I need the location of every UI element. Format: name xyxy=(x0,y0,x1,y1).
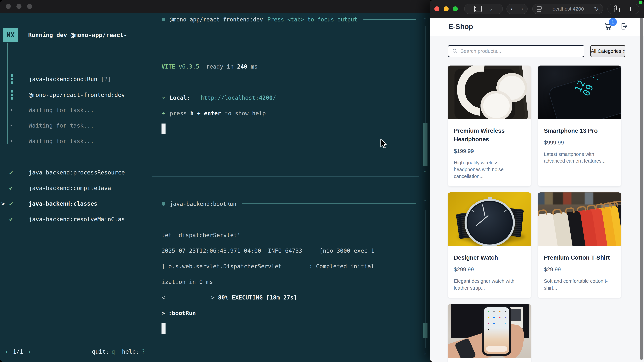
scrollbar-thumb[interactable] xyxy=(423,123,428,166)
minimize-button[interactable] xyxy=(16,4,22,9)
product-desc: Elegant designer watch with leather stra… xyxy=(454,278,525,291)
task-label: java-backend:bootRun xyxy=(29,76,97,82)
terminal-cursor xyxy=(162,123,166,134)
logout-button[interactable] xyxy=(620,22,628,31)
maximize-button[interactable] xyxy=(453,6,458,11)
arrow-icon: ➜ xyxy=(162,94,165,101)
local-label: Local: xyxy=(170,94,190,101)
task-tree-line xyxy=(8,42,8,144)
shop-brand: E-Shop xyxy=(448,23,473,31)
task-label: java-backend:resolveMainClas xyxy=(29,216,125,223)
safari-window: ⌄ ‹ › localhost:4200 ↻ + E-Shop xyxy=(430,0,644,362)
terminal-window: NX Running dev @mono-app/react- java-bac… xyxy=(0,0,430,362)
product-price: $999.99 xyxy=(544,139,615,146)
vite-output: VITE v6.3.5 ready in 240 ms ➜ Local: htt… xyxy=(152,26,430,134)
scroll-up-icon[interactable]: ↑ xyxy=(422,16,428,23)
task-count-badge: [2] xyxy=(101,76,111,82)
category-value: All Categories xyxy=(591,48,621,54)
cart-button[interactable]: 1 xyxy=(604,22,612,31)
scroll-down-icon[interactable]: ↓ xyxy=(422,166,428,173)
product-price: $299.99 xyxy=(454,266,525,273)
task-list-sidebar: NX Running dev @mono-app/react- java-bac… xyxy=(0,13,152,362)
product-card[interactable]: Designer Watch $299.99 Elegant designer … xyxy=(448,192,531,298)
product-grid: Premium Wireless Headphones $199.99 High… xyxy=(430,57,644,362)
selected-chevron-icon: > xyxy=(1,200,5,207)
url-text[interactable]: localhost:4200 xyxy=(533,6,603,12)
terminal-cursor xyxy=(162,323,166,334)
ready-unit: ms xyxy=(251,63,258,70)
close-button[interactable] xyxy=(434,6,440,11)
panel-header[interactable]: java-backend:bootRun xyxy=(152,197,430,211)
search-input[interactable] xyxy=(460,48,580,54)
address-bar[interactable]: localhost:4200 ↻ xyxy=(532,4,603,14)
shop-header: E-Shop 1 xyxy=(430,17,644,36)
local-url[interactable]: http://localhost:4200/ xyxy=(200,94,276,101)
task-label: java-backend:processResource xyxy=(29,169,125,176)
product-image-smartphone: 1209 xyxy=(538,65,621,119)
task-label: Waiting for task... xyxy=(29,138,94,144)
eshop-page: E-Shop 1 xyxy=(430,17,644,362)
search-box[interactable] xyxy=(448,45,584,57)
gradle-output: let 'dispatcherServlet' 2025-07-23T12:06… xyxy=(152,211,430,334)
output-panel-backend: java-backend:bootRun ↑ ↓ let 'dispatcher… xyxy=(152,177,430,362)
prompt-chevron: > xyxy=(162,310,165,317)
help-keys: h + enter xyxy=(190,110,221,117)
task-label: java-backend:classes xyxy=(29,200,97,207)
product-price: $29.99 xyxy=(544,266,615,273)
quit-key: q xyxy=(112,348,115,355)
product-card[interactable]: Premium Cotton T-Shirt $29.99 Soft and c… xyxy=(538,192,621,298)
recording-indicator-dot xyxy=(639,1,642,4)
page-scrollbar-thumb[interactable] xyxy=(640,18,643,360)
product-name: Premium Wireless Headphones xyxy=(454,126,525,144)
share-icon[interactable] xyxy=(614,5,620,12)
close-button[interactable] xyxy=(6,4,11,9)
prompt-command: :bootRun xyxy=(168,310,196,317)
forward-button[interactable]: › xyxy=(517,5,527,12)
pager-prev-icon[interactable]: ← xyxy=(6,348,9,355)
select-arrows-icon: ▴▾ xyxy=(623,49,625,53)
log-line: ] o.s.web.servlet.DispatcherServlet : Co… xyxy=(162,258,430,274)
back-button[interactable]: ‹ xyxy=(507,5,517,12)
toolbar-actions: + xyxy=(608,4,639,14)
product-price: $199.99 xyxy=(454,148,525,154)
product-card[interactable]: Premium Wireless Headphones $199.99 High… xyxy=(448,65,531,186)
product-card[interactable]: 1209 Smartphone 13 Pro $999.99 Latest sm… xyxy=(538,65,621,186)
progress-label: 80% EXECUTING [18m 27s] xyxy=(218,294,297,301)
nx-tui: NX Running dev @mono-app/react- java-bac… xyxy=(0,13,430,362)
nav-buttons: ‹ › xyxy=(506,4,528,14)
waiting-dot-icon xyxy=(10,125,12,126)
search-icon xyxy=(452,48,458,54)
output-column: @mono-app/react-frontend:dev Press <tab>… xyxy=(152,13,430,362)
mouse-cursor xyxy=(380,139,388,149)
panel-task-name: java-backend:bootRun xyxy=(170,201,236,207)
arrow-icon: ➜ xyxy=(162,110,165,117)
quit-label: quit: xyxy=(92,348,109,355)
scrollbar-thumb[interactable] xyxy=(423,323,428,338)
pager-next-icon[interactable]: → xyxy=(27,348,30,355)
scroll-down-icon[interactable]: ↓ xyxy=(422,349,428,356)
product-desc: High-quality wireless headphones with no… xyxy=(454,159,525,180)
task-dot-icon xyxy=(162,202,165,206)
product-image-mouse xyxy=(448,304,531,358)
progress-bar: ═══════════ xyxy=(165,294,201,301)
product-image-watch xyxy=(448,192,531,246)
help-key: ? xyxy=(142,348,145,355)
new-tab-icon[interactable]: + xyxy=(628,4,633,13)
scroll-up-icon[interactable]: ↑ xyxy=(422,197,428,204)
header-rule xyxy=(242,203,416,204)
product-desc: Soft and comfortable cotton t-shirt... xyxy=(544,278,615,291)
chevron-down-icon[interactable]: ⌄ xyxy=(488,6,493,12)
product-image-tshirts xyxy=(538,192,621,246)
task-label: Waiting for task... xyxy=(29,122,94,129)
product-card[interactable]: Wireless Gaming Mouse $79.99 High-perfor… xyxy=(448,304,531,362)
ready-ms: 240 xyxy=(237,63,247,70)
sidebar-toggle-icon[interactable] xyxy=(474,6,482,12)
task-label: @mono-app/react-frontend:dev xyxy=(29,91,125,98)
help-label: help: xyxy=(122,348,139,355)
sidebar-toggle-group: ⌄ xyxy=(464,4,503,14)
minimize-button[interactable] xyxy=(444,6,448,11)
run-title: Running dev @mono-app/react- xyxy=(28,32,127,38)
maximize-button[interactable] xyxy=(27,4,32,9)
panel-header[interactable]: @mono-app/react-frontend:dev Press <tab>… xyxy=(152,13,430,26)
category-select[interactable]: All Categories ▴▾ xyxy=(590,45,625,57)
